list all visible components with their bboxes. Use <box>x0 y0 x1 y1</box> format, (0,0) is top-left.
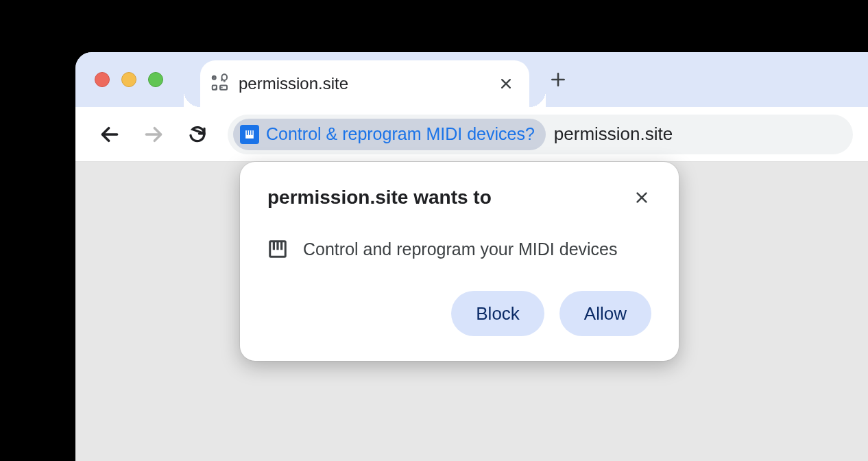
window-maximize-button[interactable] <box>148 72 163 87</box>
window-controls <box>95 72 163 87</box>
permission-prompt-close-button[interactable] <box>632 188 651 207</box>
svg-rect-13 <box>276 241 278 250</box>
svg-point-1 <box>214 78 215 78</box>
midi-icon <box>267 239 288 259</box>
new-tab-button[interactable] <box>548 70 568 89</box>
permission-prompt: permission.site wants to Control <box>240 162 679 361</box>
browser-tab[interactable]: permission.site <box>200 60 529 107</box>
permission-prompt-title: permission.site wants to <box>267 187 492 209</box>
midi-icon <box>240 125 259 144</box>
window-close-button[interactable] <box>95 72 110 87</box>
back-button[interactable] <box>91 115 129 154</box>
permission-chip[interactable]: Control & reprogram MIDI devices? <box>233 119 546 150</box>
window-minimize-button[interactable] <box>121 72 136 87</box>
tab-close-button[interactable] <box>496 74 516 93</box>
tab-title: permission.site <box>239 74 496 93</box>
browser-window: permission.site <box>75 52 868 461</box>
toolbar: Control & reprogram MIDI devices? permis… <box>75 107 868 162</box>
forward-button[interactable] <box>134 115 173 154</box>
permission-chip-label: Control & reprogram MIDI devices? <box>266 124 535 144</box>
permission-item-text: Control and reprogram your MIDI devices <box>303 239 618 259</box>
tab-strip: permission.site <box>75 52 868 107</box>
block-button[interactable]: Block <box>451 291 544 336</box>
svg-rect-2 <box>213 86 217 90</box>
allow-button[interactable]: Allow <box>559 291 651 336</box>
svg-rect-14 <box>280 241 282 250</box>
reload-button[interactable] <box>178 115 217 154</box>
page-content: permission.site wants to Control <box>75 162 868 461</box>
address-bar-url: permission.site <box>554 123 673 145</box>
svg-rect-10 <box>252 130 253 135</box>
svg-rect-12 <box>273 241 275 250</box>
tab-favicon-icon <box>210 73 230 94</box>
svg-point-3 <box>224 81 225 82</box>
address-bar[interactable]: Control & reprogram MIDI devices? permis… <box>228 115 853 154</box>
svg-rect-9 <box>249 130 250 135</box>
svg-point-5 <box>221 87 222 88</box>
svg-rect-8 <box>247 130 248 135</box>
permission-item: Control and reprogram your MIDI devices <box>267 239 651 259</box>
